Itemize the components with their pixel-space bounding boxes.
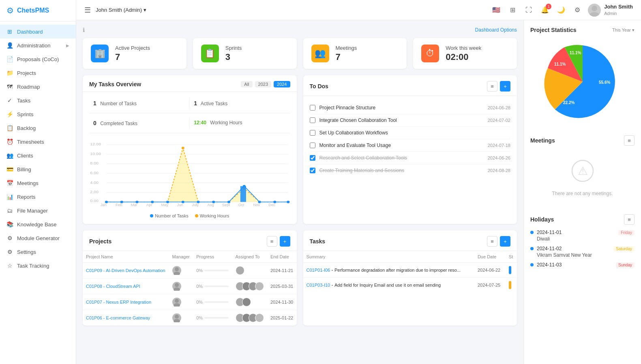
todo-text-6: Create Training Materials and Sessions <box>319 168 484 173</box>
dashboard-icon: ⊞ <box>6 28 13 35</box>
sidebar-item-tasks[interactable]: ✓ Tasks <box>0 94 76 107</box>
holiday-dot <box>530 263 534 266</box>
chart-legend: Number of Tasks Working Hours <box>89 213 290 218</box>
holiday-day-label: Saturday <box>613 246 635 251</box>
period-selector[interactable]: This Year ▾ <box>612 28 635 33</box>
main-wrapper: ☰ John Smith (Admin) ▾ 🇺🇸 ⊞ ⛶ 🔔 1 🌙 ⚙ Jo… <box>76 0 641 364</box>
todos-add-button[interactable]: + <box>500 81 510 92</box>
sidebar-item-task-tracking[interactable]: ☆ Task Tracking <box>0 259 76 272</box>
svg-text:Aug: Aug <box>207 203 214 207</box>
sidebar-item-sprints[interactable]: ⚡ Sprints <box>0 107 76 121</box>
svg-rect-30 <box>240 186 246 202</box>
notifications-icon[interactable]: 🔔 1 <box>539 4 551 16</box>
todo-date-5: 2024-06-26 <box>488 155 510 160</box>
stat-active-projects: 🏢 Active Projects 7 <box>83 38 187 69</box>
todo-item-6: Create Training Materials and Sessions 2… <box>310 164 511 177</box>
sidebar-item-file-manager[interactable]: 🗂 File Manager <box>0 204 76 217</box>
dashboard-options-link[interactable]: Dashboard Options <box>475 27 517 33</box>
task-tracking-icon: ☆ <box>6 262 13 269</box>
flag-icon[interactable]: 🇺🇸 <box>491 4 502 16</box>
holiday-item: 2024-11-02 Saturday Vikram Samvat New Ye… <box>530 246 635 258</box>
end-date: 2024-11-30 <box>267 294 297 310</box>
fullscreen-icon[interactable]: ⛶ <box>523 4 534 16</box>
sidebar-item-dashboard[interactable]: ⊞ Dashboard <box>0 25 76 38</box>
settings-gear-icon[interactable]: ⚙ <box>572 4 583 16</box>
svg-point-0 <box>592 6 597 11</box>
theme-toggle-icon[interactable]: 🌙 <box>555 4 567 16</box>
todos-actions: ≡ + <box>487 81 510 92</box>
svg-text:4.00: 4.00 <box>90 180 99 184</box>
task-due-date: 2024-06-22 <box>474 263 506 278</box>
main-content: ℹ Dashboard Options 🏢 Active Projects 7 … <box>76 20 523 364</box>
tasks-list-button[interactable]: ≡ <box>487 236 497 247</box>
sidebar-item-timesheets[interactable]: ⏰ Timesheets <box>0 135 76 149</box>
sidebar-item-roadmap[interactable]: 🗺 Roadmap <box>0 80 76 94</box>
filter-2023-button[interactable]: 2023 <box>255 81 271 87</box>
svg-point-1 <box>590 12 599 17</box>
sidebar-item-administration[interactable]: 👤 Administration ▶ <box>0 38 76 52</box>
project-link[interactable]: C01P08 - CloudStream API <box>86 284 140 289</box>
task-link[interactable]: C01P01-I06 <box>307 268 330 272</box>
sidebar-item-module-generator[interactable]: ⚙ Module Generator <box>0 231 76 245</box>
sidebar-item-knowledge-base[interactable]: 📚 Knowledge Base <box>0 217 76 231</box>
filter-all-button[interactable]: All <box>241 81 252 87</box>
hours-legend-dot <box>195 214 198 217</box>
holiday-item: 2024-11-01 Friday Diwali <box>530 230 635 242</box>
sidebar-item-settings[interactable]: ⚙ Settings <box>0 245 76 259</box>
todo-item-3: Set Up Collaboration Workflows <box>310 127 511 139</box>
tasks-add-button[interactable]: + <box>500 236 510 247</box>
projects-list-button[interactable]: ≡ <box>267 236 277 247</box>
project-link[interactable]: C01P06 - E-commerce Gateway <box>86 315 150 320</box>
apps-icon[interactable]: ⊞ <box>507 4 518 16</box>
sidebar-item-proposals[interactable]: 📄 Proposals (CoCo) <box>0 52 76 66</box>
task-link[interactable]: C01P03-I10 <box>307 283 330 287</box>
menu-toggle-button[interactable]: ☰ <box>84 6 91 15</box>
sidebar-item-reports[interactable]: 📊 Reports <box>0 190 76 204</box>
logo-icon: ⚙ <box>6 6 14 15</box>
sidebar-label-sprints: Sprints <box>17 111 33 117</box>
projects-add-button[interactable]: + <box>280 236 290 247</box>
sidebar-item-meetings[interactable]: 📅 Meetings <box>0 176 76 190</box>
holidays-title: Holidays <box>530 216 554 223</box>
dropdown-icon: ▾ <box>144 7 146 13</box>
sidebar-item-backlog[interactable]: 📋 Backlog <box>0 121 76 135</box>
user-dropdown[interactable]: John Smith (Admin) ▾ <box>96 7 146 13</box>
meetings-panel-button[interactable]: ≡ <box>624 135 635 146</box>
sidebar-label-projects: Projects <box>17 70 36 76</box>
holiday-day-label: Sunday <box>616 262 635 268</box>
task-status-indicator <box>509 281 511 289</box>
project-statistics-section: Project Statistics This Year ▾ <box>530 27 635 126</box>
todo-checkbox-6[interactable] <box>310 168 315 173</box>
todo-checkbox-1[interactable] <box>310 105 315 111</box>
sidebar-item-projects[interactable]: 📁 Projects <box>0 66 76 80</box>
project-link[interactable]: C01P09 - AI-Driven DevOps Automation <box>86 268 165 273</box>
tasks-legend-label: Number of Tasks <box>155 213 188 218</box>
todo-text-1: Project Pinnacle Structure <box>319 105 484 111</box>
sidebar-item-clients[interactable]: 👥 Clients <box>0 149 76 162</box>
table-row: C01P03-I10 - Add field for Inquiry Email… <box>303 278 517 293</box>
svg-text:11.1%: 11.1% <box>554 62 566 66</box>
todo-checkbox-2[interactable] <box>310 117 315 123</box>
holiday-date: 2024-11-01 <box>530 230 562 235</box>
svg-text:2.00: 2.00 <box>90 190 99 194</box>
holidays-panel-button[interactable]: ≡ <box>624 214 635 225</box>
todo-checkbox-5[interactable] <box>310 155 315 161</box>
logo-text: ChetsPMS <box>17 7 49 14</box>
todo-checkbox-3[interactable] <box>310 130 315 136</box>
app-logo[interactable]: ⚙ ChetsPMS <box>0 0 76 21</box>
tasks-chart: 12.00 10.00 8.00 6.00 4.00 2.00 0.00 <box>89 137 290 210</box>
tasks-overview-header: My Tasks Overview All 2023 2024 <box>83 75 297 92</box>
todo-date-6: 2024-08-28 <box>488 168 510 173</box>
meetings-stat-label: Meetings <box>336 45 357 51</box>
svg-text:Sept: Sept <box>222 203 230 207</box>
filter-2024-button[interactable]: 2024 <box>274 81 290 87</box>
user-profile[interactable]: John Smith Admin <box>588 4 633 17</box>
todos-list-button[interactable]: ≡ <box>487 81 497 92</box>
project-link[interactable]: C01P07 - Nexus ERP Integration <box>86 300 151 304</box>
clients-icon: 👥 <box>6 152 13 159</box>
notification-badge: 1 <box>546 4 551 9</box>
right-panel: Project Statistics This Year ▾ <box>523 20 641 364</box>
todo-checkbox-4[interactable] <box>310 143 315 148</box>
svg-point-58 <box>175 283 179 287</box>
sidebar-item-billing[interactable]: 💳 Billing <box>0 162 76 176</box>
